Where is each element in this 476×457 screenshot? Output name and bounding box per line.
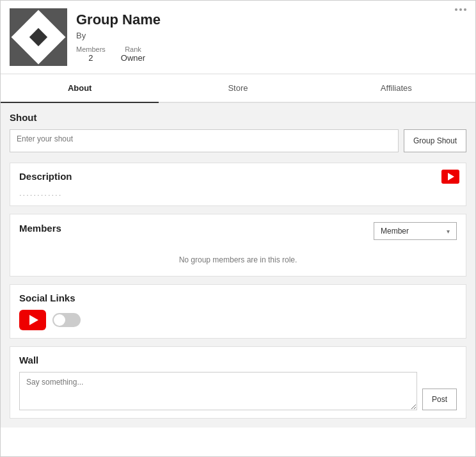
member-role-dropdown[interactable]: Member ▾ bbox=[374, 222, 457, 240]
rank-label: Rank bbox=[125, 45, 141, 53]
page-wrapper: Group Name By Members 2 Rank Owner About… bbox=[0, 0, 476, 457]
members-count: 2 bbox=[88, 53, 93, 63]
members-stat: Members 2 bbox=[76, 45, 106, 63]
social-links-title: Social Links bbox=[19, 293, 457, 303]
members-section: Members Member ▾ No group members are in… bbox=[10, 214, 466, 277]
rank-stat: Rank Owner bbox=[121, 45, 145, 63]
no-members-text: No group members are in this role. bbox=[19, 249, 457, 268]
group-by: By bbox=[76, 31, 161, 40]
tab-about[interactable]: About bbox=[1, 74, 159, 102]
avatar-shape bbox=[12, 10, 66, 65]
wall-title: Wall bbox=[19, 355, 457, 365]
group-header: Group Name By Members 2 Rank Owner bbox=[1, 1, 475, 74]
group-name: Group Name bbox=[76, 12, 161, 28]
group-shout-button[interactable]: Group Shout bbox=[404, 129, 466, 152]
wall-input-row: Post bbox=[19, 372, 457, 410]
shout-row: Group Shout bbox=[10, 129, 466, 152]
social-toggle[interactable] bbox=[52, 313, 81, 327]
group-avatar bbox=[10, 8, 67, 66]
avatar-dot bbox=[29, 28, 47, 46]
chevron-down-icon: ▾ bbox=[447, 228, 450, 235]
tab-affiliates[interactable]: Affiliates bbox=[317, 74, 475, 102]
rank-value: Owner bbox=[121, 53, 145, 63]
more-options-button[interactable] bbox=[455, 8, 466, 11]
shout-title: Shout bbox=[10, 112, 466, 123]
youtube-social-icon[interactable] bbox=[19, 310, 46, 330]
tab-store[interactable]: Store bbox=[159, 74, 317, 102]
shout-section: Shout Group Shout bbox=[10, 112, 466, 152]
post-button[interactable]: Post bbox=[422, 389, 457, 410]
shout-input[interactable] bbox=[10, 129, 399, 152]
wall-section: Wall Post bbox=[10, 346, 466, 419]
description-section: Description ............ bbox=[10, 163, 466, 206]
main-content: Shout Group Shout Description ..........… bbox=[1, 103, 475, 428]
youtube-play-icon bbox=[29, 315, 38, 325]
social-icons-row bbox=[19, 310, 457, 330]
member-dropdown-value: Member bbox=[381, 227, 409, 236]
tabs-bar: About Store Affiliates bbox=[1, 74, 475, 103]
toggle-knob bbox=[54, 314, 65, 326]
wall-input[interactable] bbox=[19, 372, 417, 410]
description-title: Description bbox=[19, 171, 457, 182]
members-label: Members bbox=[76, 45, 106, 53]
members-header: Members Member ▾ bbox=[19, 222, 457, 240]
description-content: ............ bbox=[19, 188, 457, 198]
youtube-play-triangle bbox=[448, 173, 454, 180]
members-title: Members bbox=[19, 223, 61, 234]
social-links-section: Social Links bbox=[10, 284, 466, 339]
description-youtube-icon[interactable] bbox=[441, 170, 459, 184]
group-stats: Members 2 Rank Owner bbox=[76, 45, 161, 63]
header-info: Group Name By Members 2 Rank Owner bbox=[76, 12, 161, 63]
